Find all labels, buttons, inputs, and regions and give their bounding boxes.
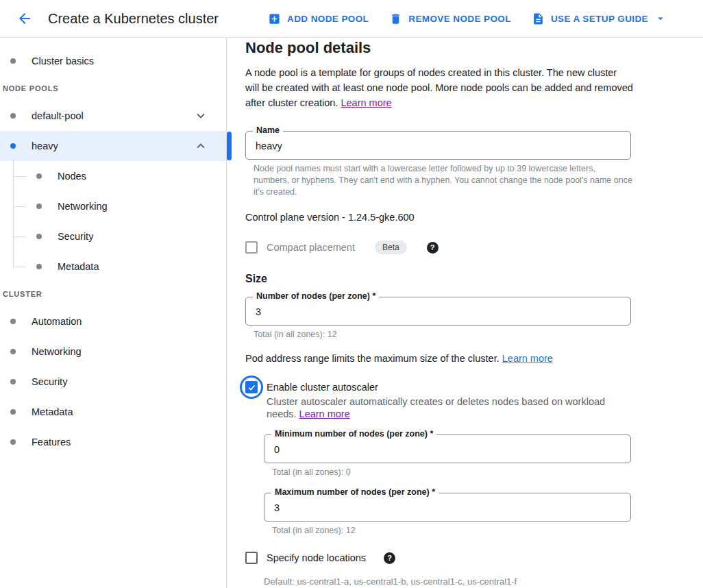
- autoscaler-learn-more-link[interactable]: Learn more: [299, 408, 350, 419]
- sidebar-item-pool-metadata[interactable]: Metadata: [0, 252, 226, 282]
- help-icon[interactable]: ?: [384, 552, 395, 564]
- maximum-nodes-helper: Total (in all zones): 12: [264, 525, 631, 537]
- sidebar-item-metadata[interactable]: Metadata: [0, 397, 226, 427]
- node-locations-row: Specify node locations ?: [245, 550, 703, 565]
- bullet-icon: [10, 379, 16, 384]
- back-button[interactable]: [11, 5, 38, 32]
- sidebar-item-label: Features: [32, 437, 71, 448]
- minimum-nodes-field[interactable]: Minimum number of nodes (per zone) *: [264, 434, 631, 463]
- heavy-subtree: Nodes Networking Security Metadata: [0, 161, 226, 282]
- sidebar-item-pool-security[interactable]: Security: [0, 221, 226, 252]
- remove-node-pool-label: REMOVE NODE POOL: [408, 14, 511, 24]
- document-icon: [532, 12, 545, 25]
- use-setup-guide-label: USE A SETUP GUIDE: [551, 14, 648, 24]
- add-node-pool-button[interactable]: ADD NODE POOL: [261, 7, 375, 31]
- intro-learn-more-link[interactable]: Learn more: [341, 97, 391, 108]
- minimum-nodes-helper: Total (in all zones): 0: [264, 467, 631, 478]
- sidebar-item-networking[interactable]: Networking: [0, 336, 226, 367]
- number-of-nodes-label: Number of nodes (per zone) *: [253, 291, 379, 301]
- bullet-icon: [36, 264, 42, 269]
- create-cluster-sidebar: Cluster basics NODE POOLS default-pool h…: [0, 38, 227, 588]
- focus-ring: [240, 376, 263, 399]
- bullet-icon: [10, 113, 16, 119]
- sidebar-item-label: Nodes: [58, 171, 86, 182]
- pod-address-note: Pod address range limits the maximum siz…: [245, 353, 703, 365]
- name-field-helper: Node pool names must start with a lowerc…: [245, 163, 633, 198]
- sidebar-item-nodes[interactable]: Nodes: [0, 161, 226, 191]
- maximum-nodes-field[interactable]: Maximum number of nodes (per zone) *: [264, 493, 631, 522]
- selected-indicator: [227, 132, 232, 160]
- autoscaler-row: Enable cluster autoscaler: [245, 380, 703, 395]
- sidebar-item-cluster-basics[interactable]: Cluster basics: [0, 46, 226, 76]
- node-pool-details-panel: Node pool details A node pool is a templ…: [227, 38, 703, 588]
- section-heading: Node pool details: [245, 39, 703, 57]
- bullet-icon: [10, 58, 16, 64]
- sidebar-item-features[interactable]: Features: [0, 427, 226, 457]
- sidebar-item-label: Metadata: [58, 261, 99, 272]
- minimum-nodes-input[interactable]: [264, 435, 630, 463]
- sidebar-item-label: heavy: [32, 140, 58, 151]
- bullet-icon: [36, 204, 42, 209]
- use-setup-guide-button[interactable]: USE A SETUP GUIDE: [525, 7, 674, 31]
- sidebar-item-label: Security: [32, 376, 67, 387]
- tree-connector: [13, 236, 26, 237]
- bullet-icon: [10, 409, 16, 415]
- app-header: Create a Kubernetes cluster ADD NODE POO…: [0, 0, 703, 38]
- page-title: Create a Kubernetes cluster: [48, 11, 219, 27]
- tree-connector: [13, 206, 26, 207]
- bullet-icon: [10, 143, 16, 149]
- tree-connector: [13, 267, 26, 267]
- bullet-icon: [36, 173, 42, 179]
- size-heading: Size: [245, 273, 703, 285]
- pod-address-text: Pod address range limits the maximum siz…: [245, 353, 500, 364]
- maximum-nodes-label: Maximum number of nodes (per zone) *: [271, 487, 439, 497]
- add-box-icon: [268, 12, 281, 25]
- bullet-icon: [10, 349, 16, 354]
- bullet-icon: [36, 234, 42, 239]
- bullet-icon: [10, 439, 16, 445]
- intro-paragraph: A node pool is a template for groups of …: [245, 65, 633, 110]
- intro-text: A node pool is a template for groups of …: [245, 67, 633, 108]
- chevron-up-icon[interactable]: [193, 138, 208, 154]
- compact-placement-checkbox[interactable]: [245, 241, 258, 254]
- arrow-left-icon: [16, 10, 33, 27]
- node-locations-checkbox[interactable]: [245, 552, 258, 564]
- control-plane-version: Control plane version - 1.24.5-gke.600: [245, 212, 703, 223]
- number-of-nodes-input[interactable]: [246, 297, 630, 325]
- compact-placement-label: Compact placement: [267, 242, 355, 253]
- remove-node-pool-button[interactable]: REMOVE NODE POOL: [382, 7, 518, 31]
- node-pools-section-header: NODE POOLS: [0, 76, 226, 101]
- sidebar-item-heavy[interactable]: heavy: [0, 131, 226, 161]
- autoscaler-checkbox[interactable]: [245, 381, 258, 393]
- help-icon[interactable]: ?: [427, 242, 439, 254]
- autoscaler-label: Enable cluster autoscaler: [267, 382, 378, 393]
- name-field[interactable]: Name: [245, 131, 631, 160]
- node-locations-default: Default: us-central1-a, us-central1-b, u…: [264, 576, 703, 587]
- sidebar-item-security[interactable]: Security: [0, 367, 226, 397]
- sidebar-item-label: Automation: [32, 316, 82, 327]
- beta-badge: Beta: [375, 241, 407, 254]
- number-of-nodes-helper: Total (in all zones): 12: [245, 329, 633, 341]
- sidebar-item-label: default-pool: [32, 110, 84, 121]
- autoscaler-description: Cluster autoscaler automatically creates…: [267, 395, 637, 420]
- sidebar-item-label: Security: [58, 231, 93, 242]
- sidebar-item-automation[interactable]: Automation: [0, 306, 226, 336]
- name-input[interactable]: [246, 132, 630, 159]
- sidebar-item-label: Cluster basics: [32, 56, 94, 66]
- name-field-label: Name: [253, 125, 283, 135]
- number-of-nodes-field[interactable]: Number of nodes (per zone) *: [245, 297, 631, 326]
- node-locations-label: Specify node locations: [267, 552, 366, 563]
- bullet-icon: [10, 319, 16, 324]
- minimum-nodes-label: Minimum number of nodes (per zone) *: [271, 429, 436, 439]
- sidebar-item-label: Metadata: [32, 406, 73, 417]
- sidebar-item-pool-networking[interactable]: Networking: [0, 191, 226, 221]
- chevron-down-icon[interactable]: [193, 108, 208, 123]
- pod-learn-more-link[interactable]: Learn more: [502, 353, 553, 364]
- compact-placement-row: Compact placement Beta ?: [245, 240, 703, 255]
- header-actions: ADD NODE POOL REMOVE NODE POOL USE A SET…: [261, 7, 674, 31]
- cluster-section-header: CLUSTER: [0, 282, 226, 306]
- sidebar-item-default-pool[interactable]: default-pool: [0, 101, 226, 131]
- sidebar-item-label: Networking: [32, 346, 82, 357]
- sidebar-item-label: Networking: [58, 201, 108, 212]
- maximum-nodes-input[interactable]: [264, 493, 630, 521]
